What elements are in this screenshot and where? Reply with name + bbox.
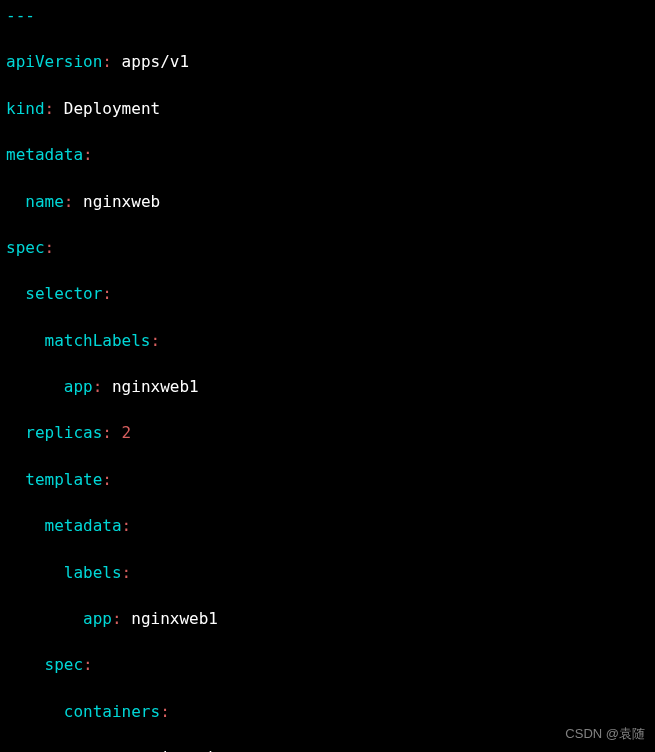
yaml-separator: --- — [6, 4, 649, 27]
yaml-code-block: --- apiVersion: apps/v1 kind: Deployment… — [6, 4, 649, 752]
watermark-text: CSDN @袁随 — [565, 725, 645, 744]
